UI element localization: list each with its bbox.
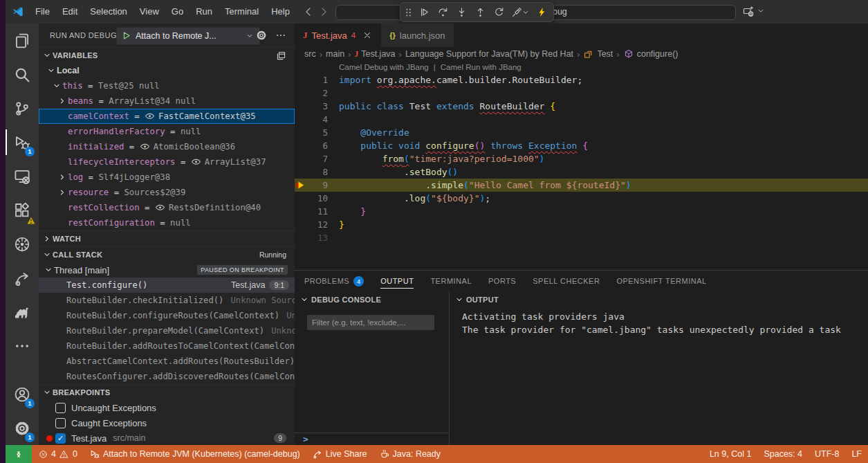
activity-extensions[interactable]	[6, 193, 39, 227]
step-into-button[interactable]	[453, 4, 470, 21]
menu-view[interactable]: View	[133, 0, 165, 24]
variable-row[interactable]: lifecycleInterceptors = ArrayList@37	[39, 154, 295, 170]
breakpoint-row[interactable]: Caught Exceptions	[39, 415, 295, 430]
menu-help[interactable]: Help	[265, 0, 296, 24]
panel-tab-output[interactable]: OUTPUT	[380, 271, 414, 291]
menu-selection[interactable]: Selection	[84, 0, 133, 24]
status-cursor-position[interactable]: Ln 9, Col 1	[703, 445, 757, 463]
status-remote-indicator[interactable]	[6, 445, 32, 463]
chevron-down-icon[interactable]	[51, 80, 62, 91]
activity-remote-explorer[interactable]	[6, 159, 39, 193]
chevron-right-icon[interactable]	[57, 96, 68, 107]
breakpoint-gutter[interactable]	[295, 152, 307, 165]
breakpoint-gutter[interactable]	[295, 87, 307, 100]
code-editor[interactable]: 1import org.apache.camel.builder.RouteBu…	[295, 73, 868, 270]
stack-frame[interactable]: Test.configure()Test.java9:1	[39, 278, 295, 293]
activity-source-control[interactable]	[6, 91, 39, 125]
activity-camel[interactable]	[6, 295, 39, 329]
back-arrow-icon[interactable]	[303, 6, 314, 17]
breadcrumb-item[interactable]: Language Support for Java(TM) by Red Hat	[405, 49, 573, 59]
panel-tab-spell-checker[interactable]: SPELL CHECKER	[533, 271, 600, 291]
lazy-eval-eye-icon[interactable]	[191, 157, 201, 167]
breadcrumb-item[interactable]: src	[304, 49, 316, 59]
breakpoint-gutter[interactable]	[295, 113, 307, 126]
variable-row[interactable]: camelContext = FastCamelContext@35	[39, 109, 295, 124]
menu-run[interactable]: Run	[190, 0, 219, 24]
activity-accounts[interactable]: 1	[6, 377, 39, 411]
activity-settings[interactable]: 1	[6, 411, 39, 445]
more-actions-icon[interactable]	[275, 30, 286, 41]
activity-run-and-debug[interactable]: 1	[6, 125, 39, 159]
breakpoint-gutter[interactable]	[295, 139, 307, 152]
breadcrumb-item[interactable]: Test	[583, 48, 613, 60]
open-panes-icon[interactable]	[275, 50, 286, 61]
menu-file[interactable]: File	[29, 0, 56, 24]
tab-launch.json[interactable]: {}launch.json	[381, 24, 453, 47]
breadcrumb-item[interactable]: main	[326, 49, 344, 59]
start-debug-icon[interactable]	[121, 30, 132, 42]
breakpoint-gutter[interactable]	[295, 100, 307, 113]
menu-edit[interactable]: Edit	[56, 0, 84, 24]
launch-config-dropdown[interactable]: Attach to Remote J...	[116, 27, 260, 45]
variable-row[interactable]: beans = ArrayList@34 null	[39, 93, 295, 109]
codelens-link[interactable]: Camel Run with JBang	[441, 63, 521, 71]
status-live-share[interactable]: Live Share	[306, 445, 373, 463]
console-input-prompt[interactable]: >	[295, 433, 449, 446]
breakpoint-gutter[interactable]	[295, 126, 307, 139]
status-eol[interactable]: LF	[845, 445, 868, 463]
breakpoint-gutter[interactable]	[295, 165, 307, 179]
forward-arrow-icon[interactable]	[318, 6, 329, 17]
menu-terminal[interactable]: Terminal	[219, 0, 265, 24]
chevron-right-icon[interactable]	[57, 187, 68, 198]
window-layout-button[interactable]	[743, 6, 766, 17]
tab-Test.java[interactable]: JTest.java4	[295, 24, 380, 47]
chevron-down-icon[interactable]	[46, 65, 57, 76]
panel-tab-terminal[interactable]: TERMINAL	[430, 271, 472, 291]
call-stack-section-header[interactable]: CALL STACK Running	[39, 246, 295, 262]
close-icon[interactable]	[362, 30, 372, 40]
disconnect-button[interactable]	[509, 4, 531, 21]
watch-section-header[interactable]: WATCH	[39, 230, 295, 246]
panel-tab-problems[interactable]: PROBLEMS4	[304, 271, 364, 291]
breakpoint-gutter[interactable]	[295, 192, 307, 205]
variable-row[interactable]: restConfiguration = null	[39, 215, 295, 230]
hot-code-replace-button[interactable]	[533, 4, 550, 21]
stack-frame[interactable]: RoutesConfigurer.addDiscoveredRoutes(Cam…	[39, 369, 295, 384]
breakpoint-gutter[interactable]	[295, 231, 307, 244]
breakpoint-gutter[interactable]	[295, 73, 307, 87]
menu-go[interactable]: Go	[165, 0, 190, 24]
activity-live-share[interactable]	[6, 261, 39, 295]
variable-row[interactable]: initialized = AtomicBoolean@36	[39, 139, 295, 154]
breakpoint-gutter[interactable]	[295, 179, 307, 192]
breadcrumb-item[interactable]: JTest.java	[354, 49, 395, 59]
breakpoint-checkbox[interactable]	[55, 418, 66, 428]
status-java-status[interactable]: Java: Ready	[373, 445, 447, 463]
stack-frame[interactable]: RouteBuilder.prepareModel(CamelContext)U…	[39, 323, 295, 338]
restart-button[interactable]	[490, 4, 507, 21]
breakpoints-section-header[interactable]: BREAKPOINTS	[39, 384, 295, 400]
variable-row[interactable]: log = Slf4jLogger@38	[39, 170, 295, 185]
panel-tab-ports[interactable]: PORTS	[488, 271, 516, 291]
chevron-down-icon[interactable]	[454, 294, 465, 305]
variables-section-header[interactable]: VARIABLES	[39, 47, 295, 63]
stack-frame[interactable]: RouteBuilder.checkInitialized()Unknown S…	[39, 293, 295, 308]
lazy-eval-eye-icon[interactable]	[155, 203, 165, 213]
breakpoint-gutter[interactable]	[295, 205, 307, 218]
step-out-button[interactable]	[472, 4, 488, 21]
status-indentation[interactable]: Spaces: 4	[757, 445, 809, 463]
console-filter-input[interactable]	[307, 315, 434, 330]
stack-frame[interactable]: RouteBuilder.configureRoutes(CamelContex…	[39, 308, 295, 323]
variable-row[interactable]: errorHandlerFactory = null	[39, 124, 295, 139]
stack-frame[interactable]: RouteBuilder.addRoutesToCamelContext(Cam…	[39, 338, 295, 354]
status-debug-target[interactable]: Attach to Remote JVM (Kubernetes) (camel…	[84, 445, 306, 463]
continue-button[interactable]	[416, 4, 432, 21]
status-problems[interactable]: 40	[32, 445, 84, 463]
chevron-right-icon[interactable]	[57, 172, 68, 183]
variable-row[interactable]: restCollection = RestsDefinition@40	[39, 200, 295, 215]
drag-handle-button[interactable]	[404, 4, 414, 21]
step-over-button[interactable]	[434, 4, 451, 21]
debug-settings-gear-icon[interactable]	[256, 30, 267, 41]
breakpoint-row[interactable]: ✓Test.javasrc/main9	[39, 430, 295, 445]
activity-kubernetes[interactable]	[6, 227, 39, 261]
activity-explorer[interactable]	[6, 24, 39, 57]
